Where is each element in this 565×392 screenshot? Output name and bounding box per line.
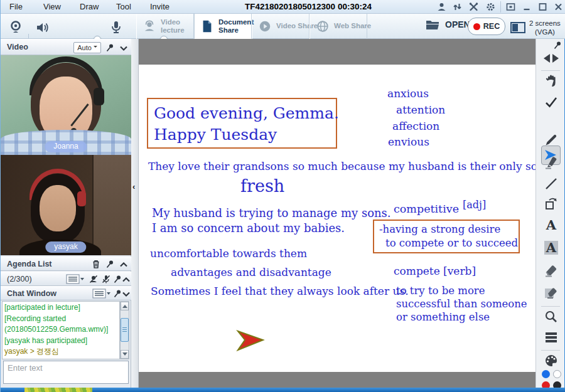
video-feed-joanna[interactable]: Joanna xyxy=(1,55,131,155)
tab-document-share[interactable]: DocumentShare xyxy=(194,14,252,39)
video-panel-header: Video Auto xyxy=(1,39,131,55)
check-tool[interactable] xyxy=(544,95,558,109)
line-width-tool[interactable] xyxy=(544,330,558,344)
shape-tool[interactable] xyxy=(544,197,558,211)
chat-message: [Recording started xyxy=(4,314,117,325)
toolbar-divider xyxy=(541,306,560,307)
menu-tool[interactable]: Tool xyxy=(116,2,131,11)
participants-icon[interactable] xyxy=(436,2,447,12)
color-swatch-white[interactable] xyxy=(553,370,561,378)
trash-icon[interactable] xyxy=(91,259,101,269)
pan-hand-tool[interactable] xyxy=(544,74,558,88)
greeting-line2: Happy Tuesday xyxy=(154,124,342,146)
video-muted-icon[interactable] xyxy=(89,274,99,284)
video-mode-dropdown[interactable]: Auto xyxy=(73,42,101,53)
chevron-down-icon[interactable] xyxy=(119,43,129,53)
mic-icon[interactable] xyxy=(109,19,124,34)
pos-tag-adj: [adj] xyxy=(463,199,486,211)
background-door xyxy=(92,155,131,255)
text-highlight-tool[interactable]: A xyxy=(544,241,558,255)
document-share-canvas[interactable]: Good evening, Gemma. Happy Tuesday anxio… xyxy=(139,39,535,388)
toolbar-divider xyxy=(541,350,560,351)
session-title: TF42180201805012300 00:30:24 xyxy=(245,2,372,11)
webcam-icon[interactable] xyxy=(8,19,23,34)
chat-options-dropdown[interactable] xyxy=(92,289,111,299)
headset-cup xyxy=(94,88,104,105)
color-swatch-blue[interactable] xyxy=(542,370,550,378)
tab-web-share[interactable]: Web Share xyxy=(309,14,367,39)
highlighter-tool[interactable] xyxy=(544,156,558,169)
chat-user-message: yasyak > 경쟁심 xyxy=(4,346,117,358)
sentence: uncomfortable towards them xyxy=(150,247,307,260)
chevron-up-icon[interactable] xyxy=(119,260,129,270)
vocab-word: anxious xyxy=(387,87,429,100)
tab-video-share[interactable]: Video Share xyxy=(252,14,309,39)
video-feed-yasyak[interactable]: yasyak xyxy=(1,155,131,255)
definition2-line2: successful than someone xyxy=(396,298,527,310)
definition-line1: -having a strong desire xyxy=(379,223,524,236)
scroll-down-button[interactable] xyxy=(121,350,129,359)
whiteboard-page[interactable]: Good evening, Gemma. Happy Tuesday anxio… xyxy=(139,65,535,372)
definition2-line1: to try to be more xyxy=(396,285,485,297)
participant-count: (2/300) xyxy=(7,275,32,283)
screens-icon xyxy=(510,22,525,33)
pin-icon[interactable] xyxy=(105,259,115,269)
sentence: I am so concern about my babies. xyxy=(152,221,345,235)
agenda-panel-header: Agenda List xyxy=(1,257,131,271)
title-bar: File View Draw Tool Invite TF42180201805… xyxy=(1,0,565,14)
settings-gear-icon[interactable] xyxy=(485,2,496,12)
close-button[interactable] xyxy=(553,2,564,12)
definition-line2: to compete or to succeed xyxy=(379,236,524,250)
chat-panel-header: Chat Window xyxy=(1,286,131,300)
color-palette-tool[interactable] xyxy=(544,354,558,368)
chat-scrollbar[interactable] xyxy=(120,301,129,359)
tab-video-lecture[interactable]: Videolecture xyxy=(136,14,194,39)
sort-updown-icon[interactable] xyxy=(452,2,463,12)
participant-name-badge: yasyak xyxy=(45,241,86,253)
prev-next-page-icons[interactable] xyxy=(543,51,559,65)
list-options-dropdown[interactable] xyxy=(66,274,85,284)
sidebar-collapse-handle[interactable]: ‹ xyxy=(131,39,139,388)
menu-invite[interactable]: Invite xyxy=(150,2,170,11)
definition2-line3: or something else xyxy=(396,311,490,323)
os-taskbar-sliver xyxy=(1,388,565,392)
menu-view[interactable]: View xyxy=(43,2,61,11)
sentence: My husband is trying to manage my sons. xyxy=(152,206,391,220)
chevron-down-icon[interactable] xyxy=(121,289,131,299)
vocab-word: envious xyxy=(388,135,429,148)
chevron-up-icon[interactable] xyxy=(121,275,131,285)
erase-all-tool[interactable] xyxy=(544,285,558,299)
speaker-icon[interactable] xyxy=(35,20,50,35)
maximize-button[interactable] xyxy=(537,2,548,12)
toolbar-divider xyxy=(541,70,560,71)
titlebar-separator xyxy=(500,1,501,13)
chat-input[interactable] xyxy=(3,361,129,384)
scroll-thumb[interactable] xyxy=(121,318,129,342)
menu-file[interactable]: File xyxy=(9,2,23,11)
pin-icon[interactable] xyxy=(105,43,115,53)
fullscreen-icon[interactable] xyxy=(505,2,516,12)
minimize-button[interactable] xyxy=(522,2,532,12)
vocab-competitive: competitive xyxy=(394,203,459,215)
open-button[interactable]: OPEN xyxy=(425,18,470,31)
record-button[interactable]: REC xyxy=(468,18,505,35)
main-toolbar: Videolecture DocumentShare Video Share W… xyxy=(1,14,565,39)
participant-name-badge: Joanna xyxy=(45,141,87,152)
eraser-tool[interactable] xyxy=(544,263,558,277)
chat-title: Chat Window xyxy=(7,289,56,298)
tools-icon[interactable] xyxy=(468,2,479,12)
text-tool[interactable]: A xyxy=(544,218,558,232)
mic-muted-icon[interactable] xyxy=(101,274,111,284)
drawing-toolbar: A A xyxy=(535,39,565,388)
sidebar: Video Auto Joanna yasyak xyxy=(1,39,131,388)
red-pointer-annotation xyxy=(236,329,265,352)
scroll-up-button[interactable] xyxy=(121,302,129,310)
vocab-compete: compete [verb] xyxy=(394,265,476,277)
zoom-tool[interactable] xyxy=(544,310,558,324)
pencil-tool[interactable] xyxy=(544,133,558,147)
sentence: Sometimes I feel that they always look a… xyxy=(151,285,409,297)
vocab-word: affection xyxy=(392,120,439,132)
menu-draw[interactable]: Draw xyxy=(80,2,99,11)
line-tool[interactable] xyxy=(544,177,558,191)
pin-icon[interactable] xyxy=(552,40,562,50)
